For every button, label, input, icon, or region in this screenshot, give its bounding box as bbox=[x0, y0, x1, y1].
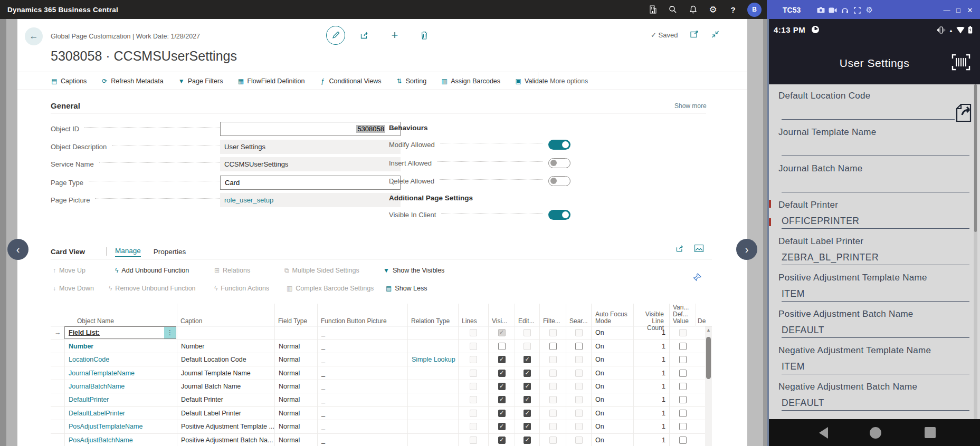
device-field-underline[interactable] bbox=[782, 374, 969, 374]
grid-checkbox[interactable] bbox=[575, 356, 583, 363]
fullscreen-expand-icon[interactable] bbox=[852, 4, 862, 16]
device-field-underline[interactable] bbox=[782, 192, 969, 192]
export-document-icon[interactable] bbox=[955, 103, 976, 124]
tab-card-view[interactable]: Card View bbox=[51, 248, 85, 256]
window-minimize-button[interactable]: — bbox=[941, 4, 953, 16]
grid-checkbox[interactable] bbox=[524, 423, 531, 430]
grid-checkbox[interactable] bbox=[575, 370, 583, 377]
more-options-button[interactable]: More options bbox=[538, 72, 588, 90]
device-field-value[interactable]: DEFAULT bbox=[782, 397, 824, 409]
device-field-value[interactable]: DEFAULT bbox=[782, 325, 824, 336]
device-field-underline[interactable] bbox=[782, 265, 969, 265]
column-header-rel[interactable]: Relation Type bbox=[411, 318, 450, 325]
grid-checkbox[interactable] bbox=[575, 437, 583, 444]
grid-checkbox[interactable] bbox=[470, 437, 477, 444]
page-type-select[interactable]: Card⌄ bbox=[220, 176, 401, 190]
back-button[interactable]: ← bbox=[25, 27, 43, 45]
grid-checkbox[interactable] bbox=[524, 410, 531, 417]
scrollbar-up-arrow[interactable]: ▲ bbox=[705, 326, 712, 334]
grid-row-defaultlabelprinter[interactable]: DefaultLabelPrinterDefault Label Printer… bbox=[51, 407, 705, 420]
column-header-visi[interactable]: Visi... bbox=[492, 318, 507, 325]
device-field-value[interactable]: ITEM bbox=[782, 361, 805, 372]
device-field-underline[interactable] bbox=[782, 337, 969, 338]
grid-checkbox[interactable] bbox=[575, 410, 583, 417]
column-header-edit[interactable]: Edit... bbox=[518, 318, 535, 325]
device-field-value[interactable]: ITEM bbox=[782, 288, 805, 299]
android-home-button[interactable] bbox=[869, 426, 882, 441]
breadcrumb[interactable]: Global Page Customization | Work Date: 1… bbox=[51, 33, 200, 40]
device-field-underline[interactable] bbox=[782, 228, 969, 229]
search-icon[interactable] bbox=[663, 0, 683, 19]
toolbar-button-multiple-sided-settings[interactable]: ⧉Multiple Sided Settings bbox=[284, 267, 359, 274]
previous-record-button[interactable]: ‹ bbox=[7, 239, 28, 260]
grid-checkbox[interactable] bbox=[679, 410, 687, 417]
column-header-fbp[interactable]: Function Button Picture bbox=[321, 318, 387, 325]
next-record-button[interactable]: › bbox=[736, 239, 757, 260]
grid-checkbox[interactable] bbox=[524, 356, 531, 363]
help-icon[interactable]: ? bbox=[723, 0, 743, 19]
column-header-sear[interactable]: Sear... bbox=[569, 318, 588, 325]
collapse-window-icon[interactable] bbox=[711, 31, 719, 40]
android-back-button[interactable] bbox=[817, 426, 829, 441]
ribbon-item-refresh-metadata[interactable]: ⟳Refresh Metadata bbox=[101, 77, 163, 85]
grid-row-fieldlist[interactable]: →Field List:⋮_On1 bbox=[51, 326, 705, 340]
grid-checkbox[interactable] bbox=[549, 343, 557, 350]
grid-checkbox[interactable] bbox=[498, 437, 506, 444]
grid-checkbox[interactable] bbox=[549, 423, 557, 430]
toolbar-button-remove-unbound-function[interactable]: ϟRemove Unbound Function bbox=[109, 285, 196, 292]
column-header-ftype[interactable]: Field Type bbox=[278, 318, 307, 325]
grid-checkbox[interactable] bbox=[549, 410, 557, 417]
grid-checkbox[interactable] bbox=[524, 343, 531, 350]
grid-row-posadjusttemplatename[interactable]: PosAdjustTemplateNamePositive Adjustment… bbox=[51, 420, 705, 433]
column-header-name[interactable]: Object Name bbox=[77, 318, 114, 325]
toolbar-button-complex-barcode-settings[interactable]: ▥Complex Barcode Settings bbox=[287, 285, 374, 292]
object-name-link[interactable]: DefaultPrinter bbox=[69, 396, 109, 403]
object-name-link[interactable]: Number bbox=[69, 343, 93, 350]
grid-checkbox[interactable] bbox=[549, 437, 557, 444]
grid-row-journalbatchname[interactable]: JournalBatchNameJournal Batch NameNormal… bbox=[51, 380, 705, 393]
grid-checkbox[interactable] bbox=[575, 396, 583, 403]
grid-row-defaultprinter[interactable]: DefaultPrinterDefault PrinterNormal_On1 bbox=[51, 393, 705, 406]
grid-checkbox[interactable] bbox=[470, 329, 477, 336]
grid-checkbox[interactable] bbox=[470, 423, 477, 430]
device-scrollbar[interactable] bbox=[974, 84, 977, 419]
grid-checkbox[interactable] bbox=[524, 383, 531, 390]
grid-checkbox[interactable] bbox=[549, 370, 557, 377]
grid-checkbox[interactable] bbox=[575, 329, 583, 336]
ribbon-item-page-filters[interactable]: ▼Page Filters bbox=[178, 77, 223, 85]
grid-checkbox[interactable] bbox=[470, 396, 477, 403]
screenshot-camera-icon[interactable] bbox=[815, 4, 826, 16]
grid-checkbox[interactable] bbox=[679, 329, 687, 336]
field-value-link[interactable]: role_user_setup bbox=[224, 196, 273, 204]
grid-checkbox[interactable] bbox=[524, 396, 531, 403]
grid-checkbox[interactable] bbox=[498, 396, 506, 403]
grid-checkbox[interactable] bbox=[498, 370, 506, 377]
toolbar-button-show-the-visibles[interactable]: ▼Show the Visibles bbox=[383, 267, 444, 274]
grid-checkbox[interactable] bbox=[679, 370, 687, 377]
object-name-link[interactable]: Field List: bbox=[69, 329, 100, 336]
column-header-lines[interactable]: Lines bbox=[462, 318, 477, 325]
column-header-caption[interactable]: Caption bbox=[180, 318, 202, 325]
device-field-underline[interactable] bbox=[782, 410, 969, 411]
column-header-de[interactable]: De bbox=[698, 318, 706, 325]
grid-checkbox[interactable] bbox=[549, 329, 557, 336]
pin-icon[interactable] bbox=[693, 273, 701, 284]
object-name-link[interactable]: LocationCode bbox=[69, 356, 109, 363]
grid-checkbox[interactable] bbox=[498, 410, 506, 417]
grid-row-posadjustbatchname[interactable]: PosAdjustBatchNamePositive Adjustment Ba… bbox=[51, 434, 705, 446]
grid-row-journaltemplatename[interactable]: JournalTemplateNameJournal Template Name… bbox=[51, 366, 705, 380]
grid-row-locationcode[interactable]: LocationCodeDefault Location CodeNormal_… bbox=[51, 353, 705, 366]
device-field-underline[interactable] bbox=[782, 119, 955, 120]
show-more-link[interactable]: Show more bbox=[674, 102, 707, 110]
viewer-settings-gear-icon[interactable]: ⚙ bbox=[864, 4, 874, 16]
toggle-switch[interactable] bbox=[548, 140, 570, 150]
row-menu-button[interactable]: ⋮ bbox=[164, 327, 176, 338]
object-id-input[interactable]: 5308058⋯ bbox=[220, 122, 401, 136]
share-part-icon[interactable] bbox=[676, 245, 685, 255]
ribbon-item-conditional-views[interactable]: ƒConditional Views bbox=[319, 77, 381, 85]
tab-properties[interactable]: Properties bbox=[154, 248, 186, 256]
scrollbar-thumb[interactable] bbox=[706, 337, 711, 379]
audio-headset-icon[interactable] bbox=[840, 4, 850, 16]
android-recents-button[interactable] bbox=[924, 426, 936, 441]
grid-checkbox[interactable] bbox=[524, 370, 531, 377]
